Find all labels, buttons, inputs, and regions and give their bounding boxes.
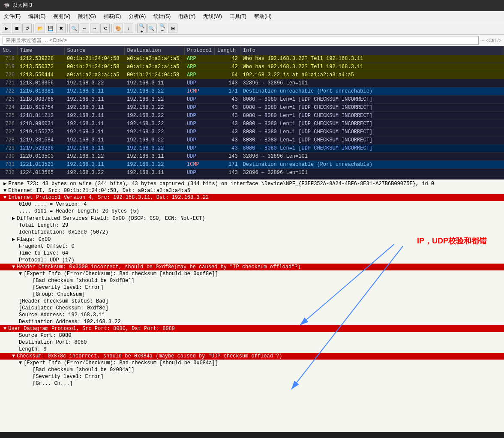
detail-line: Fragment Offset: 0 — [0, 243, 504, 250]
menu-item-v[interactable]: 视图(V) — [52, 12, 72, 21]
pkt-no: 731 — [0, 161, 17, 169]
menu-item-t[interactable]: 工具(T) — [228, 12, 248, 21]
detail-line[interactable]: ▼[Expert Info (Error/Checksum): Bad chec… — [0, 270, 504, 277]
packet-row[interactable]: 725 1218.811212 192.168.3.11 192.168.3.2… — [0, 112, 504, 120]
pkt-len: 43 — [215, 96, 240, 104]
detail-line: .... 0101 = Header Length: 20 bytes (5) — [0, 208, 504, 215]
menu-item-c[interactable]: 捕获(C) — [102, 12, 123, 21]
detail-line: Destination Address: 192.168.3.22 — [0, 318, 504, 325]
menu-item-a[interactable]: 分析(A) — [127, 12, 147, 21]
pkt-time: 1218.003766 — [17, 96, 64, 104]
toolbar-btn-zoom-in[interactable]: 🔍+ — [137, 24, 147, 33]
pkt-len: 43 — [215, 120, 240, 128]
packet-row[interactable]: 729 1219.523236 192.168.3.11 192.168.3.2… — [0, 144, 504, 153]
packet-list[interactable]: No. Time Source Destination Protocol Len… — [0, 46, 504, 179]
detail-text: [Expert Info (Error/Checksum): Bad check… — [24, 271, 218, 277]
toolbar-btn-save[interactable]: 💾 — [46, 24, 55, 33]
toolbar-btn-goto[interactable]: ⟲ — [100, 24, 110, 33]
packet-row[interactable]: 728 1219.331584 192.168.3.11 192.168.3.2… — [0, 136, 504, 144]
pkt-info: 192.168.3.22 is at a0:a1:a2:a3:a4:a5 — [240, 71, 504, 79]
filter-input[interactable] — [3, 36, 479, 45]
toolbar-btn-close[interactable]: ✖ — [56, 24, 66, 33]
pkt-no: 722 — [0, 87, 17, 96]
pkt-no: 720 — [0, 71, 17, 79]
toolbar-btn-forward[interactable]: → — [90, 24, 99, 33]
packet-row[interactable]: 722 1216.013381 192.168.3.11 192.168.3.2… — [0, 87, 504, 96]
packet-row[interactable]: 723 1218.003766 192.168.3.11 192.168.3.2… — [0, 96, 504, 104]
packet-row[interactable]: 721 1213.013356 192.168.3.22 192.168.3.1… — [0, 79, 504, 87]
menu-item-s[interactable]: 统计(S) — [152, 12, 172, 21]
packet-row[interactable]: 724 1218.619754 192.168.3.11 192.168.3.2… — [0, 104, 504, 112]
pkt-info: 8080 → 8080 Len=1 [UDP CHECKSUM INCORREC… — [240, 144, 504, 153]
detail-line: Source Address: 192.168.3.11 — [0, 312, 504, 318]
packet-row[interactable]: 720 1213.550444 a0:a1:a2:a3:a4:a5 00:1b:… — [0, 71, 504, 79]
pkt-proto: UDP — [184, 144, 215, 153]
detail-text: [Calculated Checksum: 0xdf8e] — [19, 305, 108, 311]
pkt-dst: 192.168.3.22 — [124, 112, 184, 120]
packet-row[interactable]: 726 1218.996031 192.168.3.11 192.168.3.2… — [0, 120, 504, 128]
menu-item-w[interactable]: 无线(W) — [202, 12, 223, 21]
detail-line: Destination Port: 8080 — [0, 339, 504, 346]
packet-row[interactable]: 731 1221.013523 192.168.3.11 192.168.3.2… — [0, 161, 504, 169]
detail-line[interactable]: ▶Frame 723: 43 bytes on wire (344 bits),… — [0, 180, 504, 187]
toolbar-btn-find[interactable]: 🔍 — [69, 24, 79, 33]
menu-item-e[interactable]: 编辑(E) — [27, 12, 47, 21]
packet-row[interactable]: 730 1220.013503 192.168.3.22 192.168.3.1… — [0, 153, 504, 161]
detail-text: Identification: 0x13d0 (5072) — [19, 229, 108, 235]
detail-line[interactable]: ▼[Expert Info (Error/Checksum): Bad chec… — [0, 360, 504, 366]
expand-arrow: ▼ — [19, 360, 22, 366]
pkt-proto: UDP — [184, 136, 215, 144]
pkt-src: 192.168.3.11 — [64, 120, 124, 128]
detail-line: Source Port: 8080 — [0, 332, 504, 339]
toolbar-btn-back[interactable]: ← — [80, 24, 89, 33]
pkt-proto: UDP — [184, 169, 215, 177]
expand-arrow: ▼ — [19, 271, 22, 277]
toolbar-btn-resize[interactable]: ⊞ — [168, 24, 177, 33]
detail-line[interactable]: ▶Flags: 0x00 — [0, 236, 504, 243]
pkt-info: Who has 192.168.3.22? Tell 192.168.3.11 — [240, 55, 504, 63]
detail-text: [Header checksum status: Bad] — [19, 298, 108, 304]
menu-item-h[interactable]: 帮助(H) — [253, 12, 273, 21]
toolbar-btn-restart[interactable]: ↺ — [22, 24, 32, 33]
menu-item-y[interactable]: 电话(Y) — [177, 12, 197, 21]
toolbar-btn-colorize[interactable]: 🎨 — [114, 24, 123, 33]
menu-item-f[interactable]: 文件(F) — [3, 12, 22, 21]
pkt-info: Destination unreachable (Port unreachabl… — [240, 161, 504, 169]
pkt-dst: 192.168.3.11 — [124, 153, 184, 161]
pkt-proto: UDP — [184, 79, 215, 87]
toolbar-btn-zoom-reset[interactable]: 🔍= — [158, 24, 167, 33]
packet-row[interactable]: 732 1224.013585 192.168.3.22 192.168.3.1… — [0, 169, 504, 177]
detail-line: Total Length: 29 — [0, 222, 504, 229]
pkt-time: 1224.013585 — [17, 169, 64, 177]
pkt-src: 192.168.3.11 — [64, 128, 124, 136]
pkt-dst: 192.168.3.11 — [124, 169, 184, 177]
detail-line[interactable]: ▼User Datagram Protocol, Src Port: 8080,… — [0, 325, 504, 332]
detail-text: [Gr... Ch...] — [33, 381, 73, 387]
detail-line[interactable]: ▼Header Checksum: 0x0000 incorrect, shou… — [0, 264, 504, 270]
toolbar-btn-zoom-out[interactable]: 🔍- — [147, 24, 157, 33]
toolbar-btn-open[interactable]: 📂 — [36, 24, 45, 33]
toolbar-btn-start[interactable]: ▶ — [2, 24, 11, 33]
detail-text: Internet Protocol Version 4, Src: 192.16… — [8, 195, 209, 201]
pkt-len: 42 — [215, 63, 240, 71]
toolbar: ▶ ⏹ ↺ 📂 💾 ✖ 🔍 ← → ⟲ 🎨 ↓ 🔍+ 🔍- 🔍= ⊞ — [0, 22, 504, 35]
detail-line[interactable]: ▶Differentiated Services Field: 0x00 (DS… — [0, 215, 504, 222]
col-header-dst: Destination — [124, 46, 184, 55]
packet-row[interactable]: 718 1212.539228 00:1b:21:24:04:58 a0:a1:… — [0, 55, 504, 63]
detail-line[interactable]: ▼Ethernet II, Src: 00:1b:21:24:04:58, Ds… — [0, 187, 504, 194]
detail-line[interactable]: ▼Internet Protocol Version 4, Src: 192.1… — [0, 194, 504, 201]
detail-line[interactable]: ▼Checksum: 0x878c incorrect, should be 0… — [0, 353, 504, 360]
toolbar-btn-stop[interactable]: ⏹ — [12, 24, 21, 33]
packet-row[interactable]: 727 1219.155273 192.168.3.11 192.168.3.2… — [0, 128, 504, 136]
pkt-no: 727 — [0, 128, 17, 136]
menu-item-g[interactable]: 跳转(G) — [77, 12, 97, 21]
pkt-no: 723 — [0, 96, 17, 104]
pkt-src: 192.168.3.11 — [64, 96, 124, 104]
packet-row[interactable]: 719 1213.550373 00:1b:21:24:04:58 a0:a1:… — [0, 63, 504, 71]
pkt-len: 171 — [215, 87, 240, 96]
toolbar-btn-autoscroll[interactable]: ↓ — [124, 24, 133, 33]
detail-line: Time to Live: 64 — [0, 250, 504, 257]
pkt-dst: 192.168.3.22 — [124, 96, 184, 104]
col-header-info: Info — [240, 46, 504, 55]
pkt-proto: UDP — [184, 104, 215, 112]
